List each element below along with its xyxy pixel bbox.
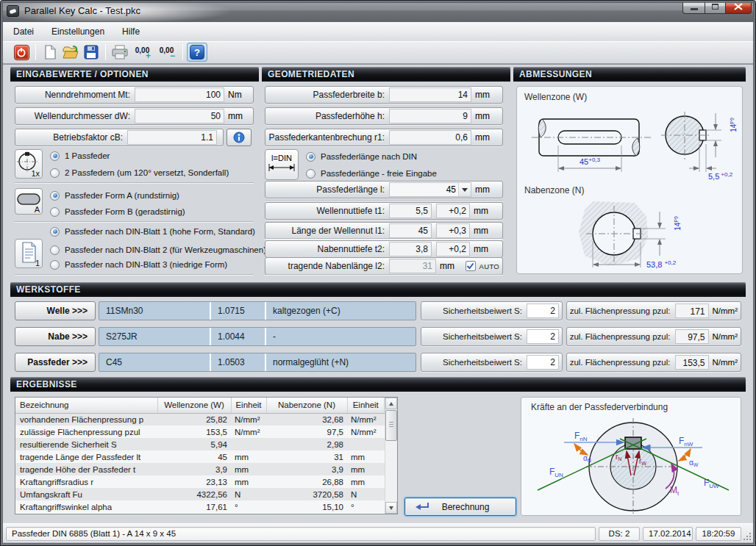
key-length-input[interactable] — [390, 184, 458, 195]
option-din-sheet-1[interactable]: Passfeder nach DIN-Blatt 1 (hohe Form, S… — [50, 226, 255, 237]
shaft-diameter-input[interactable] — [135, 109, 224, 123]
option-length-din[interactable]: Passfederlänge nach DIN — [306, 151, 417, 162]
column-header[interactable]: Einheit — [347, 398, 385, 413]
close-button[interactable] — [726, 0, 752, 14]
column-header[interactable]: Nabenzone (N) — [266, 398, 347, 413]
key-length-combo — [389, 182, 471, 197]
print-button[interactable] — [110, 43, 130, 62]
shaft-material-button[interactable]: Welle >>> — [15, 301, 96, 320]
din-sheet-icon-box[interactable]: 1 — [15, 239, 43, 268]
new-file-button[interactable] — [40, 43, 60, 62]
torque-label: Mt — [670, 485, 680, 497]
open-file-button[interactable] — [60, 43, 81, 62]
shaft-zone-drawing: 45+0,3 14P9 5,5+0,2 — [520, 103, 738, 182]
shaft-groove-length-unit: mm — [470, 226, 488, 236]
option-form-b[interactable]: Passfeder Form B (geradstirnig) — [50, 206, 185, 218]
menu-einstellungen[interactable]: Einstellungen — [45, 24, 111, 39]
key-height-input[interactable] — [389, 109, 471, 123]
column-header[interactable]: Einheit — [231, 398, 266, 413]
hub-groove-depth-input[interactable] — [389, 242, 432, 256]
angle-label-n: αN — [583, 454, 591, 463]
divider — [265, 274, 503, 276]
safety-label: Sicherheitsbeiwert S: — [421, 332, 527, 341]
option-two-keys[interactable]: 2 Passfedern (um 120° versetzt, Sonderfa… — [50, 167, 229, 179]
torque-input[interactable] — [135, 87, 224, 102]
shaft-pressure-value: 171 — [675, 303, 709, 318]
key-count-icon-box[interactable]: 1x — [15, 149, 43, 179]
column-header[interactable]: Wellenzone (W) — [157, 398, 231, 413]
table-row: tragende Länge der Passfeder lt45mm31mm — [15, 450, 385, 463]
titlebar[interactable]: Parallel Key Calc - Test.pkc — [0, 0, 756, 22]
force-diagram-box: Kräfte an der Passfederverbindung — [521, 397, 741, 516]
key-safety-input[interactable] — [527, 355, 559, 370]
divider — [15, 274, 254, 276]
hub-groove-depth-tolerance-input[interactable] — [436, 242, 470, 256]
shaft-safety-row: Sicherheitsbeiwert S: — [421, 301, 563, 320]
force-diagram: FnN FnW FUN FUW αN αW rN rW Mt — [521, 412, 742, 515]
radio-icon — [50, 207, 60, 217]
shaft-material-field: 11SMn30 1.0715 kaltgezogen (+C) — [99, 301, 416, 320]
scrollbar-thumb[interactable] — [385, 410, 397, 441]
key-form-icon-label: A — [35, 205, 40, 214]
option-form-a[interactable]: Passfeder Form A (rundstirnig) — [50, 190, 179, 201]
chevron-down-icon — [389, 506, 393, 512]
option-one-key[interactable]: 1 Passfeder — [50, 150, 110, 162]
pressure-unit: N/mm² — [709, 332, 738, 341]
key-material-button[interactable]: Passfeder >>> — [15, 353, 96, 372]
divider — [265, 200, 503, 201]
key-chamfer-input[interactable] — [389, 130, 471, 145]
exit-icon — [14, 45, 29, 60]
shaft-groove-length-input[interactable] — [389, 223, 432, 238]
service-factor-info-button[interactable] — [227, 129, 252, 146]
shaft-safety-input[interactable] — [527, 303, 559, 318]
key-chamfer-label: Passfederkantenbrechung r1: — [265, 132, 389, 143]
decimal-add-button[interactable]: 0,00 + — [130, 43, 154, 62]
option-din-sheet-2[interactable]: Passfeder nach DIN-Blatt 2 (für Werkzeug… — [50, 244, 266, 256]
column-header[interactable]: Bezeichnung — [15, 398, 157, 413]
option-length-free[interactable]: Passfederlänge - freie Eingabe — [306, 168, 437, 179]
option-din-sheet-3[interactable]: Passfeder nach DIN-Blatt 3 (niedrige For… — [50, 259, 227, 270]
minus-icon: − — [170, 51, 175, 61]
service-factor-label: Betriebsfaktor cB: — [15, 132, 127, 143]
help-button[interactable]: ? — [187, 43, 207, 62]
auto-checkbox[interactable] — [466, 261, 476, 271]
shaft-diameter-label: Wellendurchmesser dW: — [15, 111, 135, 121]
hub-safety-input[interactable] — [527, 329, 559, 344]
save-button[interactable] — [81, 43, 101, 62]
din-sheet-icon-label: 1 — [35, 259, 40, 267]
material-name: C45 — [99, 353, 210, 371]
shaft-groove-length-tolerance-input[interactable] — [436, 223, 470, 238]
results-panel-header: ERGEBNISSE — [10, 377, 746, 392]
shaft-groove-depth-tolerance-input[interactable] — [436, 204, 470, 218]
keyway-depth-dim: 5,5+0,2 — [708, 171, 733, 181]
calculate-button[interactable]: Berechnung — [404, 497, 516, 516]
option-label: Passfeder nach DIN-Blatt 2 (für Werkzeug… — [65, 245, 266, 254]
resize-grip[interactable] — [741, 531, 751, 540]
check-icon — [466, 262, 474, 270]
decimal-remove-button[interactable]: 0,00 − — [154, 43, 179, 62]
vertical-scrollbar[interactable] — [385, 398, 397, 514]
shaft-zone-label: Wellenzone (W) — [524, 92, 587, 102]
radio-icon — [50, 227, 60, 237]
scroll-up-button[interactable] — [385, 398, 397, 409]
key-width-input[interactable] — [389, 87, 471, 102]
shaft-groove-depth-input[interactable] — [389, 204, 432, 218]
divider — [265, 238, 503, 240]
key-material-field: C45 1.0503 normalgeglüht (+N) — [99, 353, 416, 372]
service-factor-input[interactable] — [127, 130, 217, 145]
key-length-dropdown-button[interactable] — [458, 183, 471, 196]
menu-hilfe[interactable]: Hilfe — [115, 24, 146, 39]
hub-groove-depth-row: Nabennuttiefe t2: mm — [265, 240, 503, 258]
exit-button[interactable] — [11, 43, 32, 62]
shaft-groove-length-row: Länge der Wellennut l1: mm — [265, 222, 503, 240]
minimize-button[interactable] — [682, 0, 705, 14]
pressure-label: zul. Flächenpressung pzul: — [567, 306, 675, 315]
hub-material-button[interactable]: Nabe >>> — [15, 327, 96, 346]
key-form-icon-box[interactable]: A — [15, 188, 43, 215]
hub-material-field: S275JR 1.0044 - — [99, 327, 416, 346]
key-length-icon-box[interactable]: l=DIN — [265, 149, 299, 180]
menu-datei[interactable]: Datei — [7, 24, 40, 39]
help-icon: ? — [190, 45, 204, 60]
maximize-button[interactable] — [705, 0, 726, 14]
scroll-down-button[interactable] — [385, 502, 397, 514]
